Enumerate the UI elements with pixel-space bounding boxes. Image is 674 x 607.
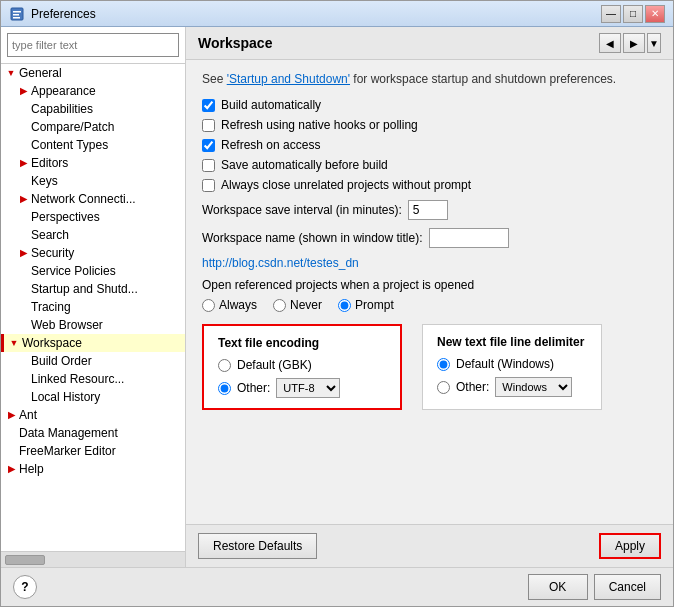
tree: ▼ General ▶ Appearance Capabilities Comp…	[1, 64, 185, 551]
radio-prompt-input[interactable]	[338, 299, 351, 312]
nav-buttons: ◀ ▶ ▼	[599, 33, 661, 53]
sidebar-label-network: Network Connecti...	[31, 192, 136, 206]
sidebar-label-tracing: Tracing	[31, 300, 71, 314]
checkbox-refresh-native: Refresh using native hooks or polling	[202, 118, 657, 132]
svg-rect-2	[13, 14, 19, 16]
sidebar-item-content-types[interactable]: Content Types	[1, 136, 185, 154]
newline-default-input[interactable]	[437, 358, 450, 371]
hint-suffix: for workspace startup and shutdown prefe…	[350, 72, 616, 86]
sidebar-label-workspace: Workspace	[22, 336, 82, 350]
encoding-select[interactable]: UTF-8 GBK UTF-16	[276, 378, 340, 398]
sidebar-item-build-order[interactable]: Build Order	[1, 352, 185, 370]
encoding-other-label: Other:	[237, 381, 270, 395]
radio-always-input[interactable]	[202, 299, 215, 312]
main-panel: Workspace ◀ ▶ ▼ See 'Startup and Shutdow…	[186, 27, 673, 567]
panel-body: See 'Startup and Shutdown' for workspace…	[186, 60, 673, 524]
dropdown-button[interactable]: ▼	[647, 33, 661, 53]
back-button[interactable]: ◀	[599, 33, 621, 53]
checkbox-save-before-build-input[interactable]	[202, 159, 215, 172]
sidebar-item-workspace[interactable]: ▼ Workspace	[1, 334, 185, 352]
checkbox-close-unrelated: Always close unrelated projects without …	[202, 178, 657, 192]
sidebar-item-perspectives[interactable]: Perspectives	[1, 208, 185, 226]
newline-other-row: Other: Windows Unix Mac OS X	[437, 377, 587, 397]
ok-button[interactable]: OK	[528, 574, 588, 600]
checkbox-build-auto-input[interactable]	[202, 99, 215, 112]
main-content: ▼ General ▶ Appearance Capabilities Comp…	[1, 27, 673, 567]
radio-always-label: Always	[219, 298, 257, 312]
url-text: http://blog.csdn.net/testes_dn	[202, 256, 657, 270]
sidebar-item-web-browser[interactable]: Web Browser	[1, 316, 185, 334]
sidebar-item-general[interactable]: ▼ General	[1, 64, 185, 82]
sidebar-item-local-history[interactable]: Local History	[1, 388, 185, 406]
checkbox-close-unrelated-input[interactable]	[202, 179, 215, 192]
sidebar-item-ant[interactable]: ▶ Ant	[1, 406, 185, 424]
footer-right: Apply	[599, 533, 661, 559]
maximize-button[interactable]: □	[623, 5, 643, 23]
save-interval-input[interactable]	[408, 200, 448, 220]
arrow-data	[5, 427, 17, 439]
encoding-default-input[interactable]	[218, 359, 231, 372]
sidebar-label-build-order: Build Order	[31, 354, 92, 368]
sidebar-label-local: Local History	[31, 390, 100, 404]
filter-input[interactable]	[7, 33, 179, 57]
sidebar-item-compare-patch[interactable]: Compare/Patch	[1, 118, 185, 136]
open-projects-options: Always Never Prompt	[202, 298, 657, 312]
radio-never-input[interactable]	[273, 299, 286, 312]
sidebar-item-data-management[interactable]: Data Management	[1, 424, 185, 442]
sidebar-label-startup: Startup and Shutd...	[31, 282, 138, 296]
newline-select[interactable]: Windows Unix Mac OS X	[495, 377, 572, 397]
sidebar-scrollbar[interactable]	[1, 551, 185, 567]
sidebar-label-compare: Compare/Patch	[31, 120, 114, 134]
sidebar: ▼ General ▶ Appearance Capabilities Comp…	[1, 27, 186, 567]
sidebar-label-search: Search	[31, 228, 69, 242]
sidebar-item-security[interactable]: ▶ Security	[1, 244, 185, 262]
sidebar-label-security: Security	[31, 246, 74, 260]
arrow-security: ▶	[17, 247, 29, 259]
checkbox-refresh-native-input[interactable]	[202, 119, 215, 132]
sidebar-item-startup[interactable]: Startup and Shutd...	[1, 280, 185, 298]
restore-defaults-button[interactable]: Restore Defaults	[198, 533, 317, 559]
sidebar-item-help[interactable]: ▶ Help	[1, 460, 185, 478]
sidebar-label-linked: Linked Resourc...	[31, 372, 124, 386]
arrow-local	[17, 391, 29, 403]
arrow-perspectives	[17, 211, 29, 223]
sidebar-item-keys[interactable]: Keys	[1, 172, 185, 190]
arrow-build-order	[17, 355, 29, 367]
sidebar-item-tracing[interactable]: Tracing	[1, 298, 185, 316]
forward-button[interactable]: ▶	[623, 33, 645, 53]
encoding-title: Text file encoding	[218, 336, 386, 350]
sidebar-item-appearance[interactable]: ▶ Appearance	[1, 82, 185, 100]
help-button[interactable]: ?	[13, 575, 37, 599]
startup-link[interactable]: 'Startup and Shutdown'	[227, 72, 350, 86]
scroll-thumb[interactable]	[5, 555, 45, 565]
cancel-button[interactable]: Cancel	[594, 574, 661, 600]
checkbox-refresh-access-label: Refresh on access	[221, 138, 320, 152]
sidebar-item-service-policies[interactable]: Service Policies	[1, 262, 185, 280]
minimize-button[interactable]: —	[601, 5, 621, 23]
newline-other-input[interactable]	[437, 381, 450, 394]
checkbox-refresh-access-input[interactable]	[202, 139, 215, 152]
arrow-appearance: ▶	[17, 85, 29, 97]
radio-never: Never	[273, 298, 322, 312]
checkbox-save-before-build: Save automatically before build	[202, 158, 657, 172]
filter-box	[1, 27, 185, 64]
sidebar-item-freemarker[interactable]: FreeMarker Editor	[1, 442, 185, 460]
sidebar-item-network[interactable]: ▶ Network Connecti...	[1, 190, 185, 208]
encoding-other-input[interactable]	[218, 382, 231, 395]
sidebar-label-data: Data Management	[19, 426, 118, 440]
hint-prefix: See	[202, 72, 227, 86]
save-interval-label: Workspace save interval (in minutes):	[202, 203, 402, 217]
hint-text: See 'Startup and Shutdown' for workspace…	[202, 72, 657, 86]
arrow-compare	[17, 121, 29, 133]
checkbox-close-unrelated-label: Always close unrelated projects without …	[221, 178, 471, 192]
sidebar-item-capabilities[interactable]: Capabilities	[1, 100, 185, 118]
sidebar-item-search[interactable]: Search	[1, 226, 185, 244]
close-button[interactable]: ✕	[645, 5, 665, 23]
newline-other: Other:	[437, 380, 489, 394]
sidebar-item-linked-resources[interactable]: Linked Resourc...	[1, 370, 185, 388]
sidebar-item-editors[interactable]: ▶ Editors	[1, 154, 185, 172]
arrow-help: ▶	[5, 463, 17, 475]
apply-button[interactable]: Apply	[599, 533, 661, 559]
workspace-name-input[interactable]	[429, 228, 509, 248]
checkbox-build-auto-label: Build automatically	[221, 98, 321, 112]
